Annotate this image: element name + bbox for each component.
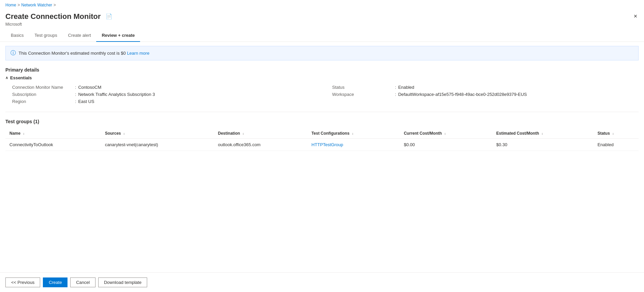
primary-details-section: Primary details ∧ Essentials Connection …	[0, 64, 644, 108]
col-header-name[interactable]: Name ↕	[5, 128, 101, 139]
breadcrumb-sep2: >	[54, 3, 56, 7]
tab-review-create[interactable]: Review + create	[96, 29, 140, 42]
details-grid: Connection Monitor Name : ContosoCM Subs…	[12, 84, 639, 105]
breadcrumb-network-watcher[interactable]: Network Watcher	[21, 3, 52, 7]
cell-status: Enabled	[593, 139, 639, 151]
col-header-test-configs[interactable]: Test Configurations ↕	[307, 128, 400, 139]
sort-icon-status: ↕	[612, 132, 614, 135]
tab-basics[interactable]: Basics	[5, 29, 29, 42]
tab-test-groups[interactable]: Test groups	[29, 29, 62, 42]
sort-icon-estimated-cost: ↕	[541, 132, 543, 135]
cell-estimated-cost: $0.30	[492, 139, 593, 151]
detail-row-region: Region : East US	[12, 98, 319, 105]
sort-icon-name: ↕	[23, 132, 25, 135]
detail-row-subscription: Subscription : Network Traffic Analytics…	[12, 91, 319, 98]
value-subscription: Network Traffic Analytics Subscription 3	[78, 92, 155, 97]
detail-row-status: Status : Enabled	[332, 84, 639, 91]
table-header-row: Name ↕ Sources ↕ Destination ↕ Test Co	[5, 128, 639, 139]
test-groups-table: Name ↕ Sources ↕ Destination ↕ Test Co	[5, 128, 639, 151]
cell-name: ConnectivityToOutlook	[5, 139, 101, 151]
table-body: ConnectivityToOutlook canarytest-vnet(ca…	[5, 139, 639, 151]
info-icon: ⓘ	[10, 50, 16, 57]
col-header-status[interactable]: Status ↕	[593, 128, 639, 139]
col-header-destination[interactable]: Destination ↕	[214, 128, 307, 139]
value-workspace: DefaultWorkspace-af15e575-f948-49ac-bce0…	[398, 92, 527, 97]
label-status: Status	[332, 85, 393, 90]
learn-more-link[interactable]: Learn more	[127, 51, 149, 56]
test-groups-section: Test groups (1) Name ↕ Sources ↕	[0, 116, 644, 154]
cell-test-configs[interactable]: HTTPTestGroup	[307, 139, 400, 151]
table-header: Name ↕ Sources ↕ Destination ↕ Test Co	[5, 128, 639, 139]
collapse-icon: ∧	[5, 76, 8, 80]
info-banner: ⓘ This Connection Monitor's estimated mo…	[5, 46, 639, 60]
detail-row-name: Connection Monitor Name : ContosoCM	[12, 84, 319, 91]
col-header-estimated-cost[interactable]: Estimated Cost/Month ↕	[492, 128, 593, 139]
test-groups-table-container: Name ↕ Sources ↕ Destination ↕ Test Co	[5, 128, 639, 151]
detail-row-workspace: Workspace : DefaultWorkspace-af15e575-f9…	[332, 91, 639, 98]
breadcrumb-home[interactable]: Home	[5, 3, 16, 7]
essentials-title: Essentials	[10, 75, 32, 80]
details-left-col: Connection Monitor Name : ContosoCM Subs…	[12, 84, 319, 105]
close-button[interactable]: ×	[632, 11, 639, 21]
label-workspace: Workspace	[332, 92, 393, 97]
label-region: Region	[12, 99, 73, 104]
test-groups-title: Test groups (1)	[5, 119, 639, 124]
sort-icon-test-configs: ↕	[352, 132, 354, 135]
cell-destination: outlook.office365.com	[214, 139, 307, 151]
breadcrumb: Home > Network Watcher >	[0, 0, 644, 10]
essentials-header[interactable]: ∧ Essentials	[5, 75, 639, 80]
cell-sources: canarytest-vnet(canarytest)	[101, 139, 214, 151]
info-banner-text: This Connection Monitor's estimated mont…	[19, 51, 150, 56]
sort-icon-current-cost: ↕	[444, 132, 446, 135]
page-header-text: Create Connection Monitor 📄 Microsoft	[5, 11, 114, 27]
value-name: ContosoCM	[78, 85, 102, 90]
page-header-left: Create Connection Monitor 📄 Microsoft	[5, 11, 114, 27]
tab-create-alert[interactable]: Create alert	[63, 29, 97, 42]
export-button[interactable]: 📄	[104, 11, 114, 21]
cell-current-cost: $0.00	[400, 139, 492, 151]
section-divider	[5, 112, 639, 112]
details-right-col: Status : Enabled Workspace : DefaultWork…	[332, 84, 639, 105]
tabs-container: Basics Test groups Create alert Review +…	[0, 29, 644, 42]
col-header-sources[interactable]: Sources ↕	[101, 128, 214, 139]
page-header: Create Connection Monitor 📄 Microsoft ×	[0, 10, 644, 29]
primary-details-title: Primary details	[5, 67, 639, 73]
page-title: Create Connection Monitor	[5, 12, 101, 21]
breadcrumb-sep1: >	[18, 3, 20, 7]
label-name: Connection Monitor Name	[12, 85, 73, 90]
table-row: ConnectivityToOutlook canarytest-vnet(ca…	[5, 139, 639, 151]
sort-icon-destination: ↕	[242, 132, 244, 135]
page-subtitle: Microsoft	[5, 22, 114, 27]
export-icon: 📄	[106, 14, 112, 19]
label-subscription: Subscription	[12, 92, 73, 97]
value-region: East US	[78, 99, 95, 104]
col-header-current-cost[interactable]: Current Cost/Month ↕	[400, 128, 492, 139]
sort-icon-sources: ↕	[124, 132, 125, 135]
value-status: Enabled	[398, 85, 414, 90]
